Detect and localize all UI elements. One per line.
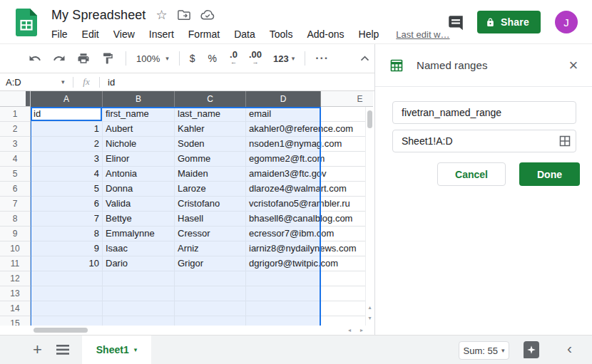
cell-C7[interactable]: Cristofano (175, 197, 246, 212)
cell-B9[interactable]: Emmalynne (103, 227, 175, 241)
comment-history-icon[interactable] (446, 14, 465, 32)
cell-C5[interactable]: Maiden (175, 167, 246, 182)
more-formats-button[interactable]: 123 ▾ (273, 53, 295, 64)
redo-icon[interactable] (53, 52, 66, 65)
cell-D6[interactable]: dlaroze4@walmart.com (246, 182, 321, 197)
collapse-toolbar-icon[interactable] (359, 53, 371, 65)
cell-D8[interactable]: bhasell6@canalblog.com (246, 212, 321, 227)
row-header-5[interactable]: 5 (0, 167, 31, 182)
cloud-saved-icon[interactable] (200, 10, 215, 21)
cell-A7[interactable]: 6 (31, 197, 103, 212)
cancel-button[interactable]: Cancel (437, 162, 506, 186)
row-header-11[interactable]: 11 (0, 256, 31, 271)
cell-B8[interactable]: Bettye (103, 212, 175, 227)
cell-A1[interactable]: id (31, 107, 103, 122)
cell-D9[interactable]: ecressor7@ibm.com (246, 227, 321, 241)
menu-item-file[interactable]: File (51, 28, 68, 40)
cell-A9[interactable]: 8 (31, 227, 103, 241)
cell-D1[interactable]: email (246, 107, 321, 122)
range-reference-input[interactable] (392, 130, 576, 152)
cell-C4[interactable]: Gomme (175, 152, 246, 167)
sheet-tab[interactable]: Sheet1 ▾ (82, 336, 151, 364)
menu-item-format[interactable]: Format (188, 28, 220, 40)
scroll-down-icon[interactable]: ▾ (366, 314, 373, 323)
add-sheet-button[interactable]: + (33, 341, 42, 358)
close-icon[interactable]: × (566, 58, 581, 73)
cell-B7[interactable]: Valida (103, 197, 175, 212)
cell-D2[interactable]: akahler0@reference.com (246, 122, 321, 137)
share-button[interactable]: Share (477, 11, 541, 33)
row-header-6[interactable]: 6 (0, 182, 31, 197)
row-header-9[interactable]: 9 (0, 227, 31, 241)
cell-C13[interactable] (175, 286, 246, 301)
cell-D5[interactable]: amaiden3@ftc.gov (246, 167, 321, 182)
horizontal-scrollbar-thumb[interactable] (34, 328, 88, 333)
cell-D4[interactable]: egomme2@ft.com (246, 152, 321, 167)
cell-C6[interactable]: Laroze (175, 182, 246, 197)
document-title[interactable]: My Spreadsheet (51, 8, 146, 23)
move-folder-icon[interactable] (178, 9, 190, 21)
cell-A4[interactable]: 3 (31, 152, 103, 167)
menu-item-data[interactable]: Data (234, 28, 255, 40)
row-header-15[interactable]: 15 (0, 316, 31, 326)
cell-D11[interactable]: dgrigor9@twitpic.com (246, 256, 321, 271)
menu-item-help[interactable]: Help (359, 28, 379, 40)
chevron-down-icon[interactable]: ▾ (61, 78, 73, 85)
scroll-left-icon[interactable]: ◂ (345, 326, 354, 335)
row-header-8[interactable]: 8 (0, 212, 31, 227)
row-header-13[interactable]: 13 (0, 286, 31, 301)
scroll-up-icon[interactable]: ▴ (366, 303, 373, 312)
decrease-decimal-button[interactable]: .0 ← (230, 51, 238, 66)
name-box[interactable]: A:D (0, 77, 61, 88)
cell-B12[interactable] (103, 271, 175, 286)
cell-C10[interactable]: Arniz (175, 241, 246, 256)
range-name-input[interactable] (392, 101, 576, 124)
increase-decimal-button[interactable]: .00 → (249, 51, 262, 66)
cell-A10[interactable]: 9 (31, 241, 103, 256)
format-percent-button[interactable]: % (208, 53, 217, 64)
menu-item-tools[interactable]: Tools (270, 28, 293, 40)
cell-A15[interactable] (31, 316, 103, 326)
formula-input[interactable]: id (100, 77, 115, 88)
cell-B15[interactable] (103, 316, 175, 326)
cell-D7[interactable]: vcristofano5@rambler.ru (246, 197, 321, 212)
cell-A3[interactable]: 2 (31, 137, 103, 152)
row-header-7[interactable]: 7 (0, 197, 31, 212)
cell-C8[interactable]: Hasell (175, 212, 246, 227)
menu-item-edit[interactable]: Edit (82, 28, 99, 40)
cell-B4[interactable]: Elinor (103, 152, 175, 167)
explore-button[interactable] (524, 341, 539, 358)
horizontal-scrollbar[interactable]: ◂ ▸ (0, 326, 373, 335)
format-currency-button[interactable]: $ (190, 53, 195, 64)
cell-B14[interactable] (103, 301, 175, 316)
cell-A8[interactable]: 7 (31, 212, 103, 227)
select-data-range-icon[interactable] (559, 135, 571, 147)
column-header-D[interactable]: D (246, 91, 321, 107)
cell-B6[interactable]: Donna (103, 182, 175, 197)
collapse-panel-icon[interactable]: ‹ (567, 340, 572, 357)
zoom-select[interactable]: 100% ▾ (136, 53, 169, 64)
cell-C12[interactable] (175, 271, 246, 286)
cell-D15[interactable] (246, 316, 321, 326)
cell-B1[interactable]: first_name (103, 107, 175, 122)
column-header-A[interactable]: A (31, 91, 103, 107)
vertical-scrollbar[interactable]: ▴ ▾ (365, 107, 373, 326)
cell-D13[interactable] (246, 286, 321, 301)
column-header-C[interactable]: C (175, 91, 246, 107)
cell-A6[interactable]: 5 (31, 182, 103, 197)
cell-D14[interactable] (246, 301, 321, 316)
select-all-corner[interactable] (0, 91, 31, 107)
cell-C15[interactable] (175, 316, 246, 326)
row-header-14[interactable]: 14 (0, 301, 31, 316)
row-header-1[interactable]: 1 (0, 107, 31, 122)
cell-D10[interactable]: iarniz8@nydailynews.com (246, 241, 321, 256)
all-sheets-menu-icon[interactable] (56, 345, 69, 355)
vertical-scrollbar-thumb[interactable] (367, 110, 372, 128)
cell-C3[interactable]: Soden (175, 137, 246, 152)
cell-A2[interactable]: 1 (31, 122, 103, 137)
paint-format-icon[interactable] (101, 52, 114, 65)
cell-C14[interactable] (175, 301, 246, 316)
column-header-B[interactable]: B (103, 91, 175, 107)
done-button[interactable]: Done (519, 162, 580, 186)
more-toolbar-button[interactable]: ··· (315, 52, 329, 65)
